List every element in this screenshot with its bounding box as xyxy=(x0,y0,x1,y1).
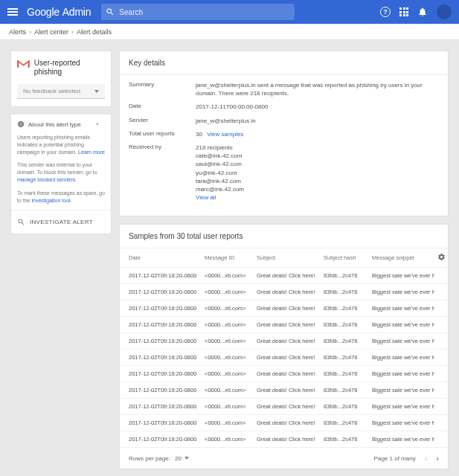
cell-snippet: Biggest sale we've ever had! Clic xyxy=(369,333,434,350)
table-row[interactable]: 2017-12-02T09:18:20-0800<0000...xtl.com>… xyxy=(120,382,448,399)
cell-msgid: <0000...xtl.com> xyxy=(202,284,254,300)
chevron-down-icon xyxy=(94,120,101,128)
breadcrumb-l1[interactable]: Alert center xyxy=(34,28,68,36)
cell-hash: 83fdb...2c478 xyxy=(321,300,369,317)
cell-msgid: <0000...xtl.com> xyxy=(202,431,254,448)
breadcrumb: Alerts › Alert center › Alert details xyxy=(0,24,459,40)
info-block-3: To mark these messages as spam, go to th… xyxy=(11,190,111,210)
samples-title: Samples from 30 total user reports xyxy=(120,225,448,248)
cell-msgid: <0000...xtl.com> xyxy=(202,333,254,350)
learn-more-link[interactable]: Learn more xyxy=(78,149,105,155)
col-date[interactable]: Date xyxy=(120,248,202,268)
cell-date: 2017-12-02T09:18:20-0800 xyxy=(120,366,202,382)
investigate-alert-button[interactable]: INVESTIGATE ALERT xyxy=(11,210,111,234)
notifications-icon[interactable] xyxy=(417,7,428,17)
cell-snippet: Biggest sale we've ever had! Clic xyxy=(369,415,434,431)
recipients-count: 218 recipients xyxy=(196,144,244,152)
cell-msgid: <0000...xtl.com> xyxy=(202,382,254,399)
cell-hash: 83fdb...2c478 xyxy=(321,431,369,448)
cell-msgid: <0000...xtl.com> xyxy=(202,399,254,415)
col-subject[interactable]: Subject xyxy=(254,248,321,268)
chevron-down-icon xyxy=(184,457,189,460)
cell-subject: Great deals! Click here! xyxy=(254,366,321,382)
table-row[interactable]: 2017-12-02T09:18:20-0800<0000...xtl.com>… xyxy=(120,300,448,317)
gmail-icon xyxy=(17,59,30,69)
blocked-senders-link[interactable]: manage blocked senders xyxy=(17,177,75,182)
cell-subject: Great deals! Click here! xyxy=(254,268,321,284)
cell-date: 2017-12-02T09:18:20-0800 xyxy=(120,317,202,333)
recipient-item: saul@ink-42.com xyxy=(196,160,244,168)
cell-snippet: Biggest sale we've ever had! Clic xyxy=(369,399,434,415)
breadcrumb-l0[interactable]: Alerts xyxy=(9,28,26,36)
avatar[interactable] xyxy=(437,4,452,19)
cell-subject: Great deals! Click here! xyxy=(254,300,321,317)
rows-per-page-select[interactable]: 20 xyxy=(175,455,189,462)
search-input[interactable] xyxy=(119,8,268,16)
cell-date: 2017-12-02T09:18:20-0800 xyxy=(120,350,202,366)
table-row[interactable]: 2017-12-02T09:18:20-0800<0000...xtl.com>… xyxy=(120,284,448,300)
col-subject-hash[interactable]: Subject hash xyxy=(321,248,369,268)
cell-date: 2017-12-02T09:18:20-0800 xyxy=(120,382,202,399)
search-icon xyxy=(106,7,115,16)
recipient-item: cate@ink-42.com xyxy=(196,152,244,160)
cell-subject: Great deals! Click here! xyxy=(254,431,321,448)
view-samples-link[interactable]: View samples xyxy=(207,131,243,138)
search-box[interactable] xyxy=(101,4,295,20)
gear-icon xyxy=(437,253,446,261)
reports-count: 30 xyxy=(196,131,202,138)
cell-snippet: Biggest sale we've ever had! Clic xyxy=(369,382,434,399)
app-header: Google Admin ? xyxy=(0,0,459,24)
view-all-link[interactable]: View all xyxy=(196,194,216,201)
col-message-id[interactable]: Message ID xyxy=(202,248,254,268)
help-icon[interactable]: ? xyxy=(380,7,391,17)
cell-hash: 83fdb...2c478 xyxy=(321,268,369,284)
cell-msgid: <0000...xtl.com> xyxy=(202,366,254,382)
table-row[interactable]: 2017-12-02T09:18:20-0800<0000...xtl.com>… xyxy=(120,268,448,284)
next-page-button[interactable]: › xyxy=(436,454,439,463)
cell-date: 2017-12-02T09:18:20-0800 xyxy=(120,431,202,448)
cell-hash: 83fdb...2c478 xyxy=(321,415,369,431)
cell-hash: 83fdb...2c478 xyxy=(321,284,369,300)
table-row[interactable]: 2017-12-02T09:18:20-0800<0000...xtl.com>… xyxy=(120,366,448,382)
hamburger-icon[interactable] xyxy=(7,6,19,18)
table-row[interactable]: 2017-12-02T09:18:20-0800<0000...xtl.com>… xyxy=(120,415,448,431)
table-row[interactable]: 2017-12-02T09:18:20-0800<0000...xtl.com>… xyxy=(120,317,448,333)
summary-label: Summary xyxy=(129,81,196,97)
reports-label: Total user reports xyxy=(129,130,196,138)
page-indicator: Page 1 of many xyxy=(374,455,416,462)
breadcrumb-l2: Alert details xyxy=(77,28,112,36)
table-header-row: Date Message ID Subject Subject hash Mes… xyxy=(120,248,448,268)
cell-date: 2017-12-02T09:18:20-0800 xyxy=(120,300,202,317)
cell-date: 2017-12-02T09:18:20-0800 xyxy=(120,333,202,350)
table-settings-button[interactable] xyxy=(434,248,448,268)
about-toggle[interactable]: About this alert type xyxy=(11,114,111,134)
alert-title: User-reported phishing xyxy=(34,59,105,77)
cell-hash: 83fdb...2c478 xyxy=(321,317,369,333)
recipient-item: tara@ink-42.com xyxy=(196,177,244,185)
cell-subject: Great deals! Click here! xyxy=(254,415,321,431)
cell-subject: Great deals! Click here! xyxy=(254,284,321,300)
rows-per-page-label: Rows per page: xyxy=(129,455,170,462)
cell-hash: 83fdb...2c478 xyxy=(321,350,369,366)
recipient-item: marc@ink-42.com xyxy=(196,185,244,193)
feedback-dropdown[interactable]: No feedback selected xyxy=(17,84,105,99)
cell-snippet: Biggest sale we've ever had! Clic xyxy=(369,268,434,284)
table-row[interactable]: 2017-12-02T09:18:20-0800<0000...xtl.com>… xyxy=(120,333,448,350)
cell-snippet: Biggest sale we've ever had! Clic xyxy=(369,366,434,382)
table-row[interactable]: 2017-12-02T09:18:20-0800<0000...xtl.com>… xyxy=(120,399,448,415)
recipients-list: 218 recipients cate@ink-42.comsaul@ink-4… xyxy=(196,144,244,202)
info-block-2: This sender was external to your domain.… xyxy=(11,161,111,189)
cell-subject: Great deals! Click here! xyxy=(254,399,321,415)
apps-icon[interactable] xyxy=(399,7,408,16)
col-snippet[interactable]: Message snippet xyxy=(369,248,434,268)
table-row[interactable]: 2017-12-02T09:18:20-0800<0000...xtl.com>… xyxy=(120,431,448,448)
logo-admin: Admin xyxy=(62,6,92,18)
investigation-tool-link[interactable]: investigation tool xyxy=(31,198,70,203)
cell-snippet: Biggest sale we've ever had! Clic xyxy=(369,300,434,317)
samples-table: Date Message ID Subject Subject hash Mes… xyxy=(120,248,448,448)
prev-page-button[interactable]: ‹ xyxy=(425,454,428,463)
cell-hash: 83fdb...2c478 xyxy=(321,382,369,399)
info-block-1: Users reporting phishing emails indicate… xyxy=(11,134,111,161)
table-row[interactable]: 2017-12-02T09:18:20-0800<0000...xtl.com>… xyxy=(120,350,448,366)
about-card: About this alert type Users reporting ph… xyxy=(10,113,112,234)
